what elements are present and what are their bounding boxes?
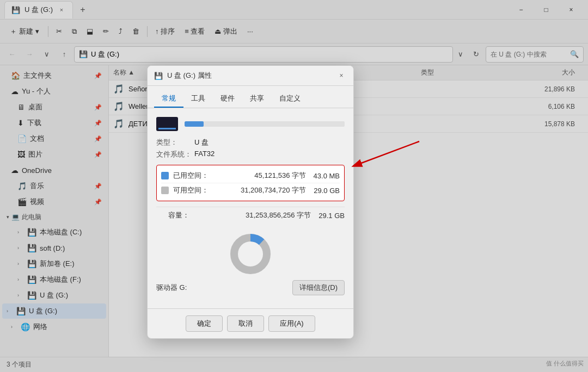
red-arrow-annotation xyxy=(338,136,425,181)
drive-progress-bar xyxy=(185,121,345,127)
svg-point-2 xyxy=(234,238,267,270)
drive-visual-icon xyxy=(156,117,178,131)
free-size: 29.0 GB xyxy=(313,187,340,195)
free-color-swatch xyxy=(161,187,169,194)
cap-size: 29.1 GB xyxy=(317,212,345,220)
watermark-text: 值 什么值得买 xyxy=(546,359,584,368)
detail-btn[interactable]: 详细信息(D) xyxy=(292,280,345,295)
tab-share[interactable]: 共享 xyxy=(242,90,272,108)
dialog-title-text: U 盘 (G:) 属性 xyxy=(167,71,212,80)
used-size: 43.0 MB xyxy=(313,172,340,180)
dialog-tabs: 常规 工具 硬件 共享 自定义 xyxy=(148,86,353,108)
fs-label: 文件系统： xyxy=(156,150,194,159)
cancel-button[interactable]: 取消 xyxy=(227,315,264,332)
dialog-content: 类型： U 盘 文件系统： FAT32 已用空间： 45,121,536 字节 … xyxy=(148,108,353,308)
fs-value: FAT32 xyxy=(194,150,215,159)
free-label: 可用空间： xyxy=(173,185,241,195)
tab-custom[interactable]: 自定义 xyxy=(272,90,308,108)
drive-label-row: 驱动器 G: 详细信息(D) xyxy=(156,280,345,295)
tab-general[interactable]: 常规 xyxy=(154,90,183,108)
used-color-swatch xyxy=(161,172,169,179)
type-value: U 盘 xyxy=(194,138,209,147)
tab-hardware[interactable]: 硬件 xyxy=(213,90,242,108)
drive-icon-area xyxy=(156,117,345,131)
tab-tools[interactable]: 工具 xyxy=(183,90,213,108)
used-label: 已用空间： xyxy=(173,171,254,181)
capacity-row: 容量： 31,253,856,256 字节 29.1 GB xyxy=(156,207,345,224)
cap-bytes: 31,253,856,256 字节 xyxy=(246,210,311,220)
free-bytes: 31,208,734,720 字节 xyxy=(241,185,306,195)
drive-progress-fill xyxy=(185,121,204,127)
dialog-title: 💾 U 盘 (G:) 属性 xyxy=(154,71,212,80)
watermark: 值 什么值得买 xyxy=(546,359,584,368)
used-space-row: 已用空间： 45,121,536 字节 43.0 MB xyxy=(161,169,340,183)
type-row: 类型： U 盘 xyxy=(156,138,345,147)
dialog-close-btn[interactable]: × xyxy=(336,70,347,81)
storage-box: 已用空间： 45,121,536 字节 43.0 MB 可用空间： 31,208… xyxy=(156,165,345,201)
svg-line-1 xyxy=(354,141,419,166)
dialog-title-bar: 💾 U 盘 (G:) 属性 × xyxy=(148,66,353,86)
apply-button[interactable]: 应用(A) xyxy=(268,315,315,332)
free-space-row: 可用空间： 31,208,734,720 字节 29.0 GB xyxy=(161,183,340,197)
fs-row: 文件系统： FAT32 xyxy=(156,150,345,159)
dialog-footer: 确定 取消 应用(A) xyxy=(148,308,353,338)
cap-label: 容量： xyxy=(156,210,246,220)
used-bytes: 45,121,536 字节 xyxy=(254,171,306,181)
donut-chart-area: 驱动器 G: 详细信息(D) xyxy=(156,232,345,295)
dialog-overlay: 💾 U 盘 (G:) 属性 × 常规 工具 硬件 共享 自定义 类型 xyxy=(0,0,588,372)
dialog-drive-icon: 💾 xyxy=(154,72,163,80)
ok-button[interactable]: 确定 xyxy=(186,315,223,332)
properties-dialog: 💾 U 盘 (G:) 属性 × 常规 工具 硬件 共享 自定义 类型 xyxy=(147,65,354,339)
donut-chart xyxy=(229,232,272,276)
type-label: 类型： xyxy=(156,138,194,147)
drive-g-label: 驱动器 G: xyxy=(156,283,187,293)
